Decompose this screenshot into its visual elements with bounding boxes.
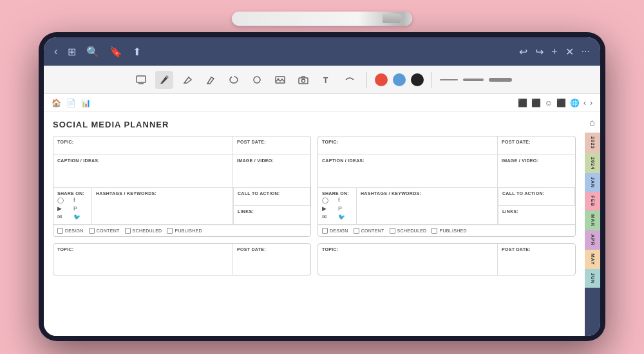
- card-3-postdate[interactable]: POST DATE:: [233, 244, 310, 275]
- share-icon[interactable]: ⬆: [133, 46, 141, 58]
- card-1-scheduled-check[interactable]: SCHEDULED: [125, 228, 162, 234]
- card-2-published-check[interactable]: PUBLISHED: [431, 228, 466, 234]
- tab-jan[interactable]: JAN: [585, 173, 600, 192]
- card-1-caption-row: CAPTION / IDEAS: IMAGE / VIDEO:: [53, 155, 310, 188]
- content-checkbox[interactable]: [89, 228, 95, 234]
- youtube-icon[interactable]: ▶: [57, 205, 71, 212]
- card-2-scheduled-check[interactable]: SCHEDULED: [390, 228, 427, 234]
- svg-rect-0: [137, 76, 146, 82]
- shape-tool[interactable]: [248, 71, 266, 89]
- card-4-topic[interactable]: TOPIC:: [318, 244, 498, 275]
- convert-tool[interactable]: [132, 71, 150, 89]
- twitter-icon-2[interactable]: 🐦: [338, 214, 352, 220]
- card-1-postdate[interactable]: POST DATE:: [233, 136, 310, 154]
- bc-r5[interactable]: 🌐: [570, 98, 580, 107]
- facebook-icon[interactable]: f: [73, 197, 88, 203]
- svg-text:T: T: [323, 76, 328, 85]
- email-icon[interactable]: ✉: [57, 214, 71, 220]
- scheduled-checkbox[interactable]: [125, 228, 131, 234]
- camera-tool[interactable]: [294, 71, 312, 89]
- youtube-icon-2[interactable]: ▶: [322, 205, 336, 212]
- card-1-hashtags[interactable]: HASHTAGS / KEYWORDS:: [92, 188, 233, 224]
- top-bar-right: ↩ ↪ + ✕ ···: [519, 46, 590, 58]
- bc-r2[interactable]: ⬛: [531, 98, 541, 107]
- tab-may[interactable]: MAY: [585, 250, 600, 269]
- planner-card-3: TOPIC: POST DATE:: [53, 243, 311, 275]
- pinterest-icon-2[interactable]: P: [338, 205, 352, 212]
- card-3-topic[interactable]: TOPIC:: [53, 244, 233, 275]
- tab-jun[interactable]: JUN: [585, 269, 600, 288]
- card-2-design-check[interactable]: DESIGN: [322, 228, 348, 234]
- card-2-links[interactable]: LINKS:: [498, 206, 575, 224]
- card-4-postdate[interactable]: POST DATE:: [498, 244, 575, 275]
- back-button[interactable]: ‹: [54, 46, 57, 57]
- svg-point-6: [302, 79, 305, 82]
- card-1-cta[interactable]: CALL TO ACTION:: [234, 188, 310, 206]
- card-1-caption[interactable]: CAPTION / IDEAS:: [53, 155, 233, 187]
- card-1-published-check[interactable]: PUBLISHED: [167, 228, 202, 234]
- planner-card-2: TOPIC: POST DATE: CAPTION / IDEAS: I: [317, 136, 576, 237]
- line-thick[interactable]: [489, 78, 512, 82]
- undo-icon[interactable]: ↩: [519, 46, 527, 58]
- pen-tool[interactable]: [155, 71, 173, 89]
- twitter-icon[interactable]: 🐦: [73, 214, 88, 220]
- tab-mar[interactable]: MAR: [585, 210, 600, 230]
- email-icon-2[interactable]: ✉: [322, 214, 336, 220]
- bc-r4[interactable]: ⬛: [556, 98, 566, 107]
- color-blue[interactable]: [393, 73, 406, 86]
- card-1-links[interactable]: LINKS:: [234, 206, 310, 224]
- close-icon[interactable]: ✕: [565, 46, 574, 58]
- breadcrumb-left: 🏠 📄 📊: [52, 98, 91, 107]
- card-1-imagevideo[interactable]: IMAGE / VIDEO:: [233, 155, 310, 187]
- markup-tool[interactable]: [341, 71, 359, 89]
- tab-2023[interactable]: 2023: [585, 133, 600, 153]
- tab-apr[interactable]: APR: [585, 230, 600, 250]
- tab-feb[interactable]: FEB: [585, 192, 600, 210]
- breadcrumb-bar: 🏠 📄 📊 ⬛ ⬛ ☺ ⬛ 🌐 ‹ ›: [44, 94, 600, 112]
- card-2-postdate[interactable]: POST DATE:: [498, 136, 575, 154]
- card-2-imagevideo[interactable]: IMAGE / VIDEO:: [498, 155, 575, 187]
- facebook-icon-2[interactable]: f: [338, 197, 352, 203]
- more-icon[interactable]: ···: [582, 46, 590, 57]
- card-1-design-check[interactable]: DESIGN: [57, 228, 84, 234]
- color-black[interactable]: [411, 73, 424, 86]
- search-icon[interactable]: 🔍: [86, 46, 99, 58]
- instagram-icon-2[interactable]: ◯: [322, 197, 336, 203]
- card-2-content-check[interactable]: CONTENT: [354, 228, 384, 234]
- content-area: SOCIAL MEDIA PLANNER TOPIC: POST DATE:: [44, 112, 600, 336]
- image-tool[interactable]: [271, 71, 289, 89]
- bc-next[interactable]: ›: [590, 98, 592, 107]
- doc-bc-icon[interactable]: 📄: [66, 98, 76, 107]
- ipad-screen: ‹ ⊞ 🔍 🔖 ⬆ ↩ ↪ + ✕ ···: [44, 37, 600, 336]
- lasso-tool[interactable]: [225, 71, 243, 89]
- instagram-icon[interactable]: ◯: [57, 197, 71, 203]
- card-2-hashtags[interactable]: HASHTAGS / KEYWORDS:: [357, 188, 498, 224]
- bookmark-icon[interactable]: 🔖: [109, 46, 122, 58]
- top-bar-left: ‹ ⊞ 🔍 🔖 ⬆: [54, 46, 141, 58]
- card-1-topic[interactable]: TOPIC:: [53, 136, 233, 154]
- card-2-caption[interactable]: CAPTION / IDEAS:: [318, 155, 498, 187]
- grid-icon[interactable]: ⊞: [68, 46, 76, 58]
- bc-r1[interactable]: ⬛: [518, 98, 527, 107]
- tab-2024[interactable]: 2024: [585, 153, 600, 174]
- color-red[interactable]: [375, 73, 388, 86]
- highlighter-tool[interactable]: [202, 71, 220, 89]
- card-2-topic[interactable]: TOPIC:: [318, 136, 498, 154]
- card-2-cta[interactable]: CALL TO ACTION:: [498, 188, 575, 206]
- line-thin[interactable]: [440, 79, 458, 80]
- redo-icon[interactable]: ↪: [535, 46, 544, 58]
- pinterest-icon[interactable]: P: [73, 205, 88, 212]
- line-medium[interactable]: [463, 79, 484, 81]
- card-2-caption-row: CAPTION / IDEAS: IMAGE / VIDEO:: [318, 155, 575, 188]
- published-checkbox[interactable]: [167, 228, 173, 234]
- grid-bc-icon[interactable]: 📊: [81, 98, 91, 107]
- tab-home[interactable]: ⌂: [585, 112, 600, 133]
- bc-prev[interactable]: ‹: [583, 98, 586, 107]
- design-checkbox[interactable]: [57, 228, 63, 234]
- text-tool[interactable]: T: [317, 71, 336, 89]
- card-1-content-check[interactable]: CONTENT: [89, 228, 120, 234]
- bc-r3[interactable]: ☺: [545, 98, 553, 107]
- home-bc-icon[interactable]: 🏠: [52, 98, 61, 107]
- add-icon[interactable]: +: [551, 46, 557, 57]
- eraser-tool[interactable]: [178, 71, 196, 89]
